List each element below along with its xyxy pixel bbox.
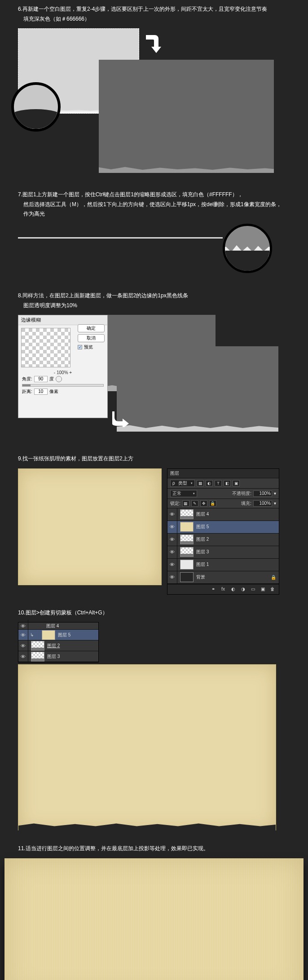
lock-pixels-icon[interactable]: ▦ (182, 500, 189, 507)
layer-row[interactable]: 👁图层 2 (18, 640, 98, 651)
layer-row[interactable]: 👁图层 3 (18, 651, 98, 662)
layer-name: 图层 5 (58, 632, 70, 638)
new-layer-icon[interactable]: ▣ (259, 586, 266, 592)
layer-row[interactable]: 👁↳图层 5 (18, 630, 98, 640)
layer-row[interactable]: 👁图层 1 (167, 559, 279, 571)
torn-edge (99, 165, 274, 173)
visibility-toggle-icon[interactable]: 👁 (167, 533, 177, 546)
select-value: 正常 (172, 490, 181, 497)
step-11-caption: 11.适当进行图层之间的位置调整，并在最底层加上投影等处理，效果即已实现。 (0, 844, 308, 858)
step-7-figure (18, 224, 290, 278)
caption-text: 填充深灰色（如＃666666） (18, 14, 290, 24)
layer-thumbnail (180, 509, 194, 519)
fill-input[interactable]: 100% (253, 500, 272, 507)
visibility-toggle-icon[interactable]: 👁 (167, 508, 177, 521)
layer-thumbnail (180, 547, 194, 557)
select-value: ρ (172, 481, 175, 486)
distance-unit: 像素 (49, 388, 58, 395)
caption-text: 作为高光 (18, 209, 290, 219)
clipped-paper-preview (18, 664, 276, 830)
cancel-button[interactable]: 取消 (78, 334, 105, 342)
layer-thumbnail (180, 534, 194, 544)
layer-thumbnail (31, 641, 44, 651)
caption-text: 8.同样方法，在图层2上面新建图层，做一条图层2的边缘的1px黑色线条 (18, 291, 290, 301)
layer-name: 图层 2 (47, 643, 60, 649)
ok-button[interactable]: 确定 (78, 324, 105, 332)
step-8-figure: 边缘模糊 确定 取消 ✓ 预览 - 100% + 角度: 90 度 (18, 315, 290, 441)
layer-row[interactable]: 👁 图层 4 (18, 622, 98, 630)
layer-row[interactable]: 👁图层 5 (167, 521, 279, 534)
layer-row[interactable]: 👁背景🔒 (167, 571, 279, 584)
blend-mode-select[interactable]: 正常 ▾ (170, 490, 197, 497)
fill-label: 填充: (241, 500, 251, 507)
select-label: 类型 (178, 480, 187, 486)
layer-row[interactable]: 👁图层 4 (167, 508, 279, 521)
mini-layers-panel: 👁 图层 4 👁↳图层 5👁图层 2👁图层 3 (18, 622, 99, 662)
distance-slider[interactable] (22, 384, 104, 387)
layer-thumbnail (180, 560, 194, 569)
zoom-controls[interactable]: - 100% + (18, 370, 107, 375)
lock-all-icon[interactable]: 🔒 (209, 500, 216, 507)
step-7: 7.图层1上方新建一个图层，按住Ctrl键点击图层1的缩略图形成选区，填充白色（… (0, 190, 308, 278)
group-icon[interactable]: ▭ (249, 586, 256, 592)
layer-thumbnail (31, 652, 44, 662)
layer-thumbnail (180, 572, 194, 582)
zoom-circle (223, 224, 272, 273)
chevron-down-icon[interactable]: ▾ (274, 491, 276, 496)
step-6-caption: 6.再新建一个空白图层，重复2-4步骤，选区要区别于上一次的外形，间距不宜太大，… (0, 4, 308, 28)
visibility-toggle-icon[interactable]: 👁 (167, 546, 177, 558)
step-6: 6.再新建一个空白图层，重复2-4步骤，选区要区别于上一次的外形，间距不宜太大，… (0, 4, 308, 177)
lock-brush-icon[interactable]: ✎ (191, 500, 198, 507)
adjustment-icon[interactable]: ◑ (239, 586, 246, 592)
opacity-label: 不透明度: (232, 490, 251, 497)
step-8: 8.同样方法，在图层2上面新建图层，做一条图层2的边缘的1px黑色线条 图层透明… (0, 291, 308, 441)
link-icon[interactable]: ⚭ (210, 586, 217, 592)
caption-text: 10.图层>创建剪切蒙板（Ctrl+Alt+G） (18, 608, 290, 618)
filter-kind-select[interactable]: ρ 类型 ▾ (170, 480, 195, 487)
distance-label: 距离: (22, 388, 32, 395)
angle-row: 角度: 90 度 (18, 375, 107, 383)
step-10-caption: 10.图层>创建剪切蒙板（Ctrl+Alt+G） (0, 608, 308, 622)
lock-move-icon[interactable]: ✥ (200, 500, 207, 507)
chevron-down-icon: ▾ (191, 481, 193, 485)
step-7-caption: 7.图层1上方新建一个图层，按住Ctrl键点击图层1的缩略图形成选区，填充白色（… (0, 190, 308, 224)
opacity-input[interactable]: 100% (253, 490, 272, 497)
chevron-down-icon[interactable]: ▾ (274, 501, 276, 506)
visibility-toggle-icon[interactable]: 👁 (167, 571, 177, 583)
layer-thumbnail (180, 522, 194, 532)
step-10: 10.图层>创建剪切蒙板（Ctrl+Alt+G） 👁 图层 4 👁↳图层 5👁图… (0, 608, 308, 831)
visibility-toggle-icon[interactable]: 👁 (167, 521, 177, 533)
gray-layer-preview-2 (117, 346, 278, 432)
layer-name: 图层 1 (196, 561, 209, 568)
visibility-toggle-icon[interactable]: 👁 (167, 558, 177, 571)
lock-fill-row: 锁定: ▦ ✎ ✥ 🔒 填充: 100% ▾ (167, 499, 279, 508)
dark-gray-layer-preview (99, 60, 274, 172)
filter-shape-icon[interactable]: ◧ (224, 480, 231, 486)
layer-name: 图层 4 (46, 623, 59, 629)
caption-text: 然后选择选区工具（M），然后按1下向上的方向键，使选区向上平移1px，按del删… (18, 200, 290, 210)
layer-row[interactable]: 👁图层 3 (167, 546, 279, 559)
angle-knob-icon[interactable] (56, 376, 62, 382)
step-9-figure: 图层 ρ 类型 ▾ ▦ ◐ T ◧ ▣ 正常 ▾ (18, 468, 290, 595)
filter-text-icon[interactable]: T (215, 480, 222, 486)
visibility-toggle-icon[interactable]: 👁 (18, 650, 28, 663)
step-10-figure: 👁 图层 4 👁↳图层 5👁图层 2👁图层 3 (18, 622, 290, 830)
layer-name: 图层 3 (196, 549, 209, 555)
layer-name: 图层 5 (196, 524, 209, 530)
filter-adjust-icon[interactable]: ◐ (206, 480, 213, 486)
fx-icon[interactable]: fx (220, 586, 227, 592)
filter-pixel-icon[interactable]: ▦ (197, 480, 204, 486)
distance-input[interactable]: 10 (34, 388, 48, 395)
caption-text: 6.再新建一个空白图层，重复2-4步骤，选区要区别于上一次的外形，间距不宜太大，… (18, 4, 290, 14)
mask-icon[interactable]: ◐ (229, 586, 237, 592)
motion-blur-dialog: 边缘模糊 确定 取消 ✓ 预览 - 100% + 角度: 90 度 (18, 315, 108, 418)
layer-row[interactable]: 👁图层 2 (167, 534, 279, 546)
layer-name: 图层 4 (196, 511, 209, 517)
trash-icon[interactable]: 🗑 (269, 586, 276, 592)
caption-text: 9.找一张纸张肌理的素材，图层放置在图层2上方 (18, 454, 290, 464)
angle-input[interactable]: 90 (34, 376, 48, 382)
caption-text: 7.图层1上方新建一个图层，按住Ctrl键点击图层1的缩略图形成选区，填充白色（… (18, 190, 290, 200)
preview-checkbox[interactable]: ✓ 预览 (78, 344, 105, 350)
lock-icon: 🔒 (271, 575, 276, 580)
filter-smart-icon[interactable]: ▣ (233, 480, 240, 486)
